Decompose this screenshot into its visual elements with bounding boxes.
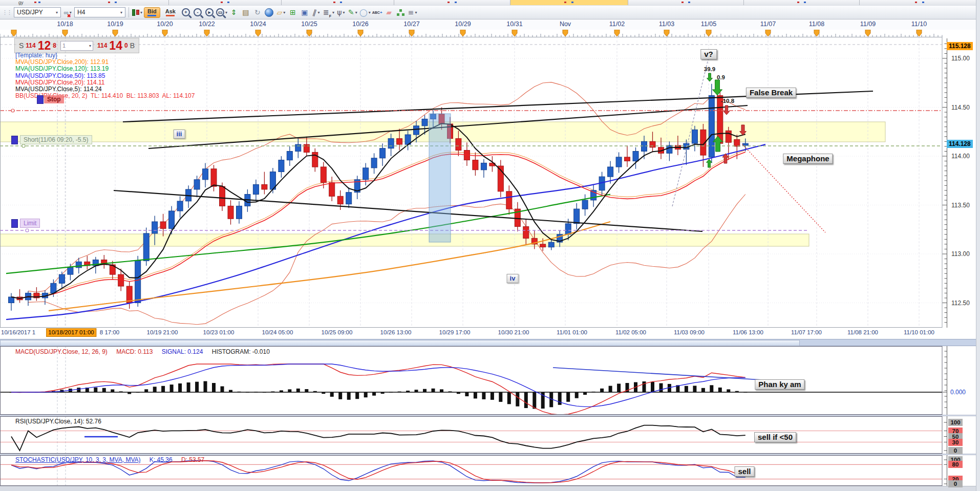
- red-x-icon: ✖: [67, 13, 71, 18]
- plus-icon: +: [380, 10, 382, 15]
- ask-button[interactable]: Ask: [162, 7, 179, 18]
- top-date-label: Nov: [560, 20, 571, 28]
- workspace-tab[interactable]: [169, 0, 282, 5]
- highlight-zone[interactable]: [429, 114, 451, 242]
- window-icon[interactable]: ▣: [300, 7, 310, 18]
- unlink-icon[interactable]: ∞✖▾: [62, 7, 73, 18]
- legend-line: BB(USD/JPY.Close, 20, 2) TL: 114.410 BL:…: [15, 93, 195, 99]
- pitchfork-icon[interactable]: ψ▾: [336, 7, 346, 18]
- top-date-label: 10/24: [250, 20, 266, 28]
- ask-button[interactable]: Ask: [162, 7, 179, 18]
- bid-price-small: 114: [26, 42, 35, 49]
- trendlines-icon[interactable]: ∥▾: [311, 7, 322, 18]
- workspace-tab[interactable]: [744, 0, 860, 5]
- chevron-down-icon[interactable]: ▾: [140, 10, 142, 15]
- top-date-label: 11/10: [911, 20, 927, 28]
- date-pin-icon[interactable]: [563, 30, 568, 36]
- time-axis-label: 11/03 09:00: [674, 329, 705, 335]
- zoom-out-icon[interactable]: -: [193, 7, 203, 18]
- top-date-label: 10/19: [107, 20, 123, 28]
- chevron-down-icon[interactable]: ▾: [120, 10, 122, 15]
- chevron-down-icon[interactable]: ▾: [225, 10, 227, 15]
- zoom-box-icon[interactable]: ▭▾: [216, 7, 227, 18]
- yellow-zone[interactable]: [0, 234, 809, 246]
- chart-type-icon[interactable]: ▾: [132, 7, 142, 18]
- time-axis[interactable]: 10/16/2017 110/18/2017 01:008 17:0010/19…: [0, 328, 980, 339]
- indicator-legend: [Template: huy]MVA(USD/JPY.Close,200): 1…: [15, 52, 195, 99]
- date-pin-icon[interactable]: [162, 30, 167, 36]
- fit-vertical-icon: ⇕: [231, 9, 237, 16]
- date-pin-icon[interactable]: [62, 30, 68, 36]
- tab-mark-icon: [227, 2, 229, 3]
- date-pin-icon[interactable]: [865, 30, 870, 36]
- chevron-down-icon[interactable]: ▾: [369, 10, 371, 15]
- bid-price-sup: 8: [53, 42, 56, 49]
- draw-line-icon[interactable]: ✎▾: [348, 7, 358, 18]
- time-axis-label: 10/16/2017 1: [1, 329, 35, 335]
- window-bottom-edge: [0, 486, 980, 491]
- workspace-tab[interactable]: [510, 0, 628, 5]
- date-pin-icon[interactable]: [255, 30, 261, 36]
- time-axis-label: 11/07 17:00: [791, 329, 822, 335]
- eraser-icon[interactable]: ▰: [384, 7, 394, 18]
- insert-image-icon[interactable]: ⊞: [288, 7, 298, 18]
- text-tool-icon[interactable]: ABC+: [372, 7, 382, 18]
- chevron-down-icon[interactable]: ▾: [89, 44, 91, 48]
- chevron-down-icon[interactable]: ▾: [283, 10, 285, 15]
- fibonacci-icon[interactable]: ≣F▾: [323, 7, 334, 18]
- chevron-down-icon[interactable]: ▾: [343, 10, 345, 15]
- workspace-tab[interactable]: [860, 0, 980, 5]
- workspace-tab[interactable]: [282, 0, 394, 5]
- date-pin-icon[interactable]: [460, 30, 465, 36]
- date-pin-icon[interactable]: [706, 30, 711, 36]
- fit-vertical-icon[interactable]: ⇕: [229, 7, 239, 18]
- quantity-input[interactable]: 1▾: [60, 41, 93, 51]
- zoom-in-icon: +: [182, 8, 190, 16]
- chevron-down-icon[interactable]: ▾: [415, 10, 417, 15]
- globe-icon[interactable]: [264, 7, 274, 18]
- scrollbar-thumb[interactable]: [0, 340, 800, 346]
- time-axis-label: 11/10 01:00: [904, 329, 934, 335]
- chevron-down-icon[interactable]: ▾: [317, 10, 319, 15]
- ruler-icon[interactable]: ▱▾: [276, 7, 286, 18]
- symbol-select[interactable]: USD/JPY▾: [14, 7, 61, 17]
- notes-icon[interactable]: ▤: [241, 7, 251, 18]
- draw-line-icon: ✎: [348, 9, 354, 16]
- zoom-pointer-icon[interactable]: ▸: [204, 7, 215, 18]
- structure-icon[interactable]: [396, 7, 406, 18]
- h-scrollbar[interactable]: [0, 339, 980, 346]
- toolbar-grip[interactable]: ⋮⋮: [2, 9, 11, 16]
- time-axis-label: 11/06 13:00: [733, 329, 763, 335]
- toolbar-separator: [129, 7, 129, 17]
- marker-ruler: [0, 30, 980, 37]
- timeframe-select[interactable]: H4▾: [74, 7, 125, 17]
- workspace-tab[interactable]: [394, 0, 510, 5]
- chevron-down-icon[interactable]: ▾: [332, 10, 334, 15]
- time-axis-label: 11/08 21:00: [847, 329, 878, 335]
- time-axis-label: 8 17:00: [100, 329, 119, 335]
- zoom-in-icon[interactable]: +: [181, 7, 191, 18]
- chevron-down-icon[interactable]: ▾: [355, 10, 357, 15]
- chevron-down-icon[interactable]: ▾: [56, 10, 58, 15]
- date-pin-icon[interactable]: [664, 30, 669, 36]
- rsi-panel[interactable]: [0, 416, 980, 454]
- bid-button[interactable]: Bid: [144, 7, 160, 18]
- legend-line: MVA(USD/JPY.Close,120): 113.19: [15, 66, 195, 72]
- workspace-tab[interactable]: [628, 0, 744, 5]
- workspace-tab[interactable]: [56, 0, 169, 5]
- buy-label: B: [130, 41, 135, 50]
- macd-panel[interactable]: [0, 346, 980, 415]
- quote-panel: S 114 128 1▾ 114 140 B: [14, 38, 139, 53]
- ellipse-icon[interactable]: ◯▾: [359, 7, 371, 18]
- bid-button[interactable]: Bid: [144, 7, 160, 18]
- time-axis-label: 10/26 13:00: [380, 329, 412, 335]
- bid-price-big[interactable]: 12: [38, 40, 51, 52]
- date-pin-icon[interactable]: [113, 30, 118, 36]
- date-pin-icon[interactable]: [358, 30, 363, 36]
- redo-icon[interactable]: ↻: [252, 7, 263, 18]
- top-date-axis[interactable]: 10/1810/1910/2010/2210/2410/2510/2610/27…: [0, 19, 980, 30]
- list-icon[interactable]: ≡▾: [408, 7, 418, 18]
- rsi-title: RSI(USD/JPY.Close, 14): 52.76: [15, 418, 101, 425]
- v-scrollbar[interactable]: [976, 0, 980, 491]
- ask-price-big[interactable]: 14: [109, 40, 122, 52]
